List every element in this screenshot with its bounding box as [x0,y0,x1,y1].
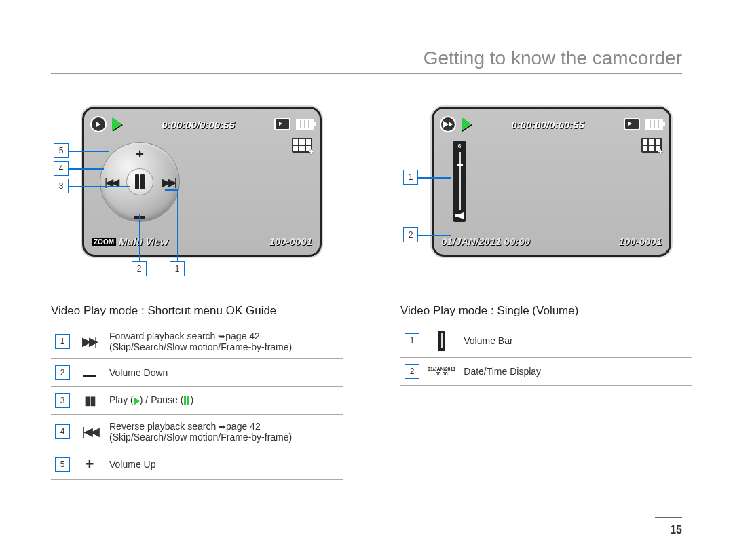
file-number: 100-0001 [269,236,312,247]
multiview-grid-icon [641,138,662,153]
page-number: 15 [670,524,682,536]
card-icon [274,118,290,130]
table-row: 1Forward playback search ➥page 42(Skip/S… [51,324,343,359]
right-legend-table: 1Volume Bar 201/JAN/2011 00:00Date/Time … [400,324,692,386]
pause-symbol-icon [84,394,95,407]
play-icon [112,117,122,131]
callout-4: 4 [54,161,69,176]
callout-1: 1 [403,170,418,185]
reverse-search-icon [82,425,98,438]
callout-line [418,235,451,236]
mode-icon [440,116,456,132]
page-title: Getting to know the camcorder [424,48,682,69]
table-row: 5+Volume Up [51,449,343,480]
volume-up-icon: + [136,147,144,162]
skip-fwd-icon: ▶▶| [162,176,175,189]
playback-time: 0:00:00/0:00:55 [128,119,269,130]
callout-2: 2 [403,227,418,242]
datetime-icon: 01/JAN/2011 00:00 [428,367,455,376]
callout-5: 5 [54,143,69,158]
table-row: 4Reverse playback search ➥page 42(Skip/S… [51,415,343,449]
battery-icon [645,119,663,130]
dpad-control[interactable]: + |◀◀ ▶▶| [100,142,180,222]
table-row: 1Volume Bar [400,324,692,358]
title-rule [51,73,682,74]
table-row: 2Volume Down [51,359,343,387]
callout-1: 1 [170,261,185,276]
callout-line [139,214,140,261]
callout-line [69,151,109,152]
lcd-screen-right: 0:00:00/0:00:55 6 01/JAN/2011 00:00 100-… [430,105,673,258]
table-row: 201/JAN/2011 00:00Date/Time Display [400,358,692,386]
callout-line [177,189,178,261]
lcd-screen-left: 0:00:00/0:00:55 + |◀◀ ▶▶| ZOOMMulti View… [81,105,323,258]
multiview-grid-icon [292,138,312,153]
volume-bar: 6 [453,141,466,222]
zoom-multiview-label: ZOOMMulti View [92,236,168,247]
callout-3: 3 [54,179,69,193]
card-icon [624,118,640,130]
datetime-display: 01/JAN/2011 00:00 [441,236,530,247]
volume-bar-icon [438,331,445,351]
right-section-title: Video Play mode : Single (Volume) [400,304,719,318]
right-column: 0:00:00/0:00:55 6 01/JAN/2011 00:00 100-… [400,105,719,386]
forward-search-icon [82,335,98,348]
play-icon [462,117,472,131]
table-row: 3Play () / Pause () [51,387,343,415]
callout-line [69,186,130,187]
left-legend-table: 1Forward playback search ➥page 42(Skip/S… [51,324,343,480]
battery-icon [296,119,314,130]
left-section-title: Video Play mode : Shortcut menu OK Guide [51,304,370,318]
callout-line [418,177,451,179]
file-number: 100-0001 [619,236,662,247]
mode-icon [90,116,107,132]
callout-line [165,189,177,191]
left-column: 0:00:00/0:00:55 + |◀◀ ▶▶| ZOOMMulti View… [51,105,370,480]
speaker-icon [455,212,464,219]
pause-icon [126,168,153,195]
playback-time: 0:00:00/0:00:55 [477,119,618,130]
callout-line [69,168,104,170]
plus-icon: + [86,455,94,472]
callout-2: 2 [132,261,147,276]
minus-icon [83,375,96,377]
page-number-rule [655,517,682,518]
